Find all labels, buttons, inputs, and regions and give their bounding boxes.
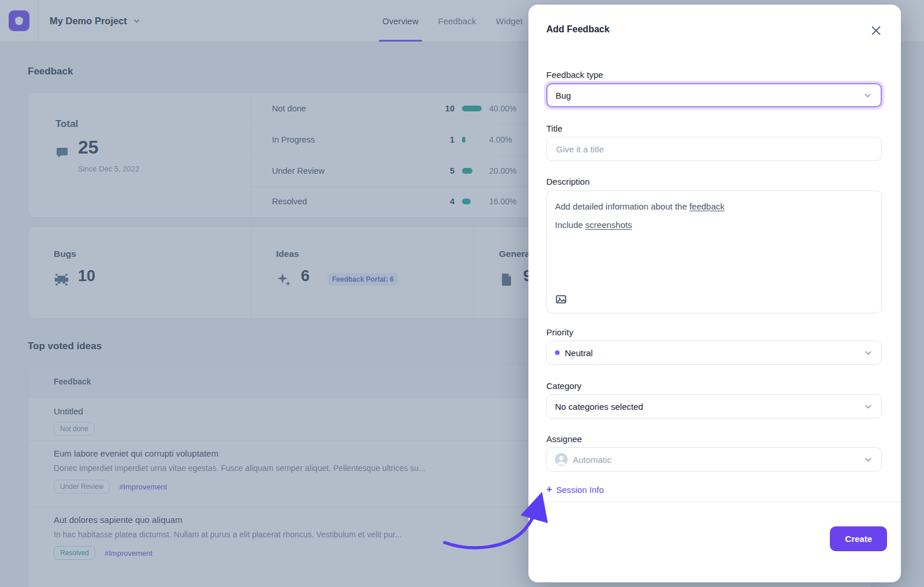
chevron-down-icon	[863, 91, 873, 100]
priority-value: Neutral	[565, 348, 593, 358]
avatar-icon	[555, 453, 568, 466]
assignee-value: Automatic	[573, 455, 612, 465]
close-icon[interactable]	[867, 22, 885, 39]
description-placeholder-line1: Add detailed information about the feedb…	[555, 200, 873, 213]
attach-image-button[interactable]	[555, 292, 570, 306]
category-value: No categories selected	[555, 402, 643, 412]
priority-select[interactable]: Neutral	[546, 341, 882, 365]
feedback-type-label: Feedback type	[546, 70, 603, 80]
title-input[interactable]	[555, 144, 873, 155]
footer-divider	[528, 502, 901, 502]
description-label: Description	[546, 177, 590, 186]
priority-label: Priority	[546, 327, 573, 337]
category-select[interactable]: No categories selected	[546, 394, 882, 418]
modal-title: Add Feedback	[546, 24, 609, 35]
session-info-label: Session Info	[556, 485, 604, 495]
chevron-down-icon	[863, 402, 873, 412]
assignee-label: Assignee	[546, 434, 582, 444]
chevron-down-icon	[863, 455, 873, 465]
description-textarea[interactable]: Add detailed information about the feedb…	[546, 190, 882, 313]
create-button[interactable]: Create	[830, 526, 887, 551]
assignee-select[interactable]: Automatic	[546, 447, 882, 472]
chevron-down-icon	[863, 348, 873, 358]
feedback-type-value: Bug	[556, 91, 571, 100]
feedback-type-select[interactable]: Bug	[546, 83, 882, 107]
title-label: Title	[546, 124, 562, 133]
screenshots-link: screenshots	[586, 220, 632, 230]
add-feedback-modal: Add Feedback Feedback type Bug Title Des…	[528, 5, 901, 582]
session-info-link[interactable]: + Session Info	[546, 484, 604, 495]
image-icon	[555, 293, 567, 305]
title-field-wrap	[546, 137, 882, 161]
priority-dot	[555, 350, 560, 355]
description-placeholder-line2: Include screenshots	[555, 219, 873, 231]
feedback-link: feedback	[690, 201, 725, 211]
plus-icon: +	[546, 484, 552, 495]
category-label: Category	[546, 381, 582, 391]
screen: My Demo Project Overview Feedback Widget…	[0, 0, 924, 587]
